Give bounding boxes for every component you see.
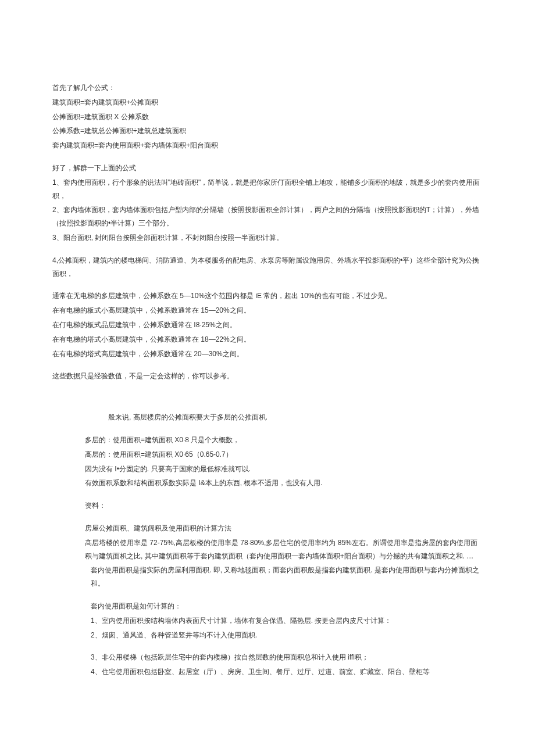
intro-line-5: 套内建筑面积=套内使用面积+套内墙体面积+阳台面积 — [52, 139, 483, 152]
explain-item-4: 4,公摊面积，建筑内的楼电梯间、消防通道、为本楼服务的配电房、水泵房等附属设施用… — [52, 254, 483, 281]
explain-item-2: 2、套内墙体面积，套内墙体面积包括户型内部的分隔墙（按照投影面积全部计算），两户… — [52, 203, 483, 230]
calc-how-item-1: 1、室内使用面积按结构墙体内表面尺寸计算，墙体有复合保温、隔热层. 按更合层内皮… — [91, 614, 483, 628]
coefficient-note: 有效面积系数和结构面积系数实际是 I&本上的东西, 根本不适用，也没有人用. — [85, 476, 483, 490]
calc-how-title: 套内使用面积是如何计算的： — [91, 600, 483, 613]
calc-how-item-2: 2、烟囱、通风道、各种管道竖井等均不计入使用面枳. — [91, 629, 483, 642]
reference-label: 资料： — [85, 499, 483, 513]
intro-line-4: 公摊系数=建筑总公摊面积÷建筑总建筑面积 — [52, 124, 483, 138]
explain-item-3: 3、阳台面积, 封闭阳台按照全部面积计算，不封闭阳台按照一半面积计算。 — [52, 231, 483, 245]
explain-header: 好了，解群一下上面的公式 — [52, 162, 483, 175]
intro-line-2: 建筑面积=套内建筑面积+公摊面积 — [52, 96, 483, 109]
ratio-line-3: 在仃电梯的板式品层建筑中，公摊系数通常在 I8·25%之间。 — [52, 318, 483, 332]
calc-how-item-4: 4、住宅使用面积包括卧室、起居室（厅）、房房、卫生间、餐厅、过厅、过道、前室、贮… — [91, 665, 483, 679]
intro-line-1: 首先了解几个公式： — [52, 81, 483, 95]
ratio-line-2: 在有电梯的板式小高层建筑中，公摊系数通常在 15—20%之间。 — [52, 304, 483, 317]
calc-how-item-3: 3、非公用楼梯（包括跃层住宅中的套内楼梯）按自然层数的使用面积总和计入使用 if… — [91, 651, 483, 664]
calc-paragraph-2: 套内使用面积是指实际的房屋利用面积. 即, 又称地毯面积；而套内面积般是指套内建… — [91, 564, 483, 590]
general-note: 般来说, 高层楼房的公摊面积要大于多层的公推面枳. — [85, 411, 483, 424]
ratio-line-5: 在有电梯的塔式高层建筑中，公摊系数通常在 20—30%之间。 — [52, 347, 483, 361]
high-floor-formula: 高层的：使用面积=建筑面积 X0·65（0.65-0.7） — [85, 448, 483, 461]
calc-paragraph-1: 髙层塔楼的使用率是 72-75%,高层板楼的使用率是 78·80%,多层住宅的使… — [85, 536, 483, 563]
calc-title: 房屋公摊面积、建筑阔积及使用面积的计算方法 — [85, 522, 483, 535]
explain-item-1: 1、套内使用面积，行个形象的说法叫"地砖面积"，简单说，就是把你家所仃面积全铺上… — [52, 176, 483, 203]
multi-floor-formula: 多层的：使用面积=建筑面积 X0·8 只是个大概数， — [85, 433, 483, 447]
ratio-line-4: 在有电梯的塔式小高层建筑中，公摊系数通常在 18—22%之间。 — [52, 333, 483, 346]
intro-line-3: 公摊面积=建筑面积 X 公摊系数 — [52, 110, 483, 124]
indented-section-2: 套内使用面积是指实际的房屋利用面积. 即, 又称地毯面积；而套内面积般是指套内建… — [52, 564, 483, 679]
ratio-line-1: 通常在无电梯的多层建筑中，公摊系数在 5—10%这个范围内都是 iE 常的，超出… — [52, 289, 483, 303]
reason-note: 因为没有 I•分固定的. 只要高于国家的最低标准就可以. — [85, 463, 483, 476]
ratio-note: 这些数据只是经验数值，不是一定会这样的，你可以参考。 — [52, 370, 483, 383]
indented-section: 般来说, 高层楼房的公摊面积要大于多层的公推面枳. 多层的：使用面积=建筑面积 … — [52, 411, 483, 562]
